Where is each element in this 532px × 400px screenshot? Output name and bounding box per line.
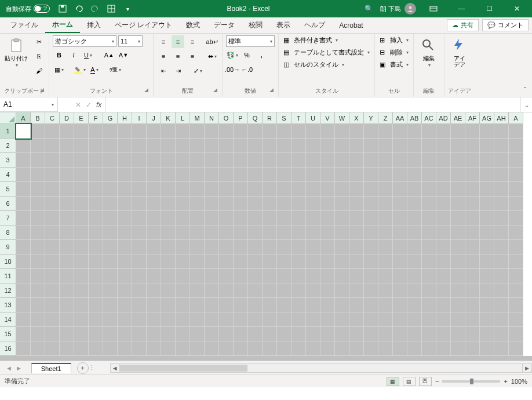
cell[interactable] [147, 139, 161, 153]
cell[interactable] [407, 240, 422, 254]
cell[interactable] [277, 226, 291, 240]
cell[interactable] [291, 197, 306, 211]
name-box[interactable]: A1▾ [0, 97, 58, 112]
cell[interactable] [263, 283, 277, 298]
cell[interactable] [480, 341, 494, 356]
column-header[interactable]: J [147, 112, 161, 124]
cell[interactable] [291, 254, 306, 269]
cell[interactable] [74, 312, 89, 327]
cell[interactable] [205, 327, 219, 341]
cell[interactable] [147, 153, 161, 168]
cell[interactable] [45, 254, 60, 269]
cell[interactable] [480, 153, 494, 168]
cell[interactable] [393, 298, 407, 312]
cell[interactable] [176, 254, 190, 269]
tab-help[interactable]: ヘルプ [297, 17, 332, 33]
cell[interactable] [277, 312, 291, 327]
cell[interactable] [277, 211, 291, 226]
cell[interactable] [349, 327, 364, 341]
cell[interactable] [451, 283, 465, 298]
cell[interactable] [176, 298, 190, 312]
cell[interactable] [407, 254, 422, 269]
tab-insert[interactable]: 挿入 [80, 17, 108, 33]
spreadsheet-grid[interactable]: ABCDEFGHIJKLMNOPQRSTUVWXYZAAABACADAEAFAG… [0, 112, 532, 361]
cell[interactable] [89, 182, 103, 197]
paste-button[interactable]: 貼り付け ▾ [3, 35, 29, 70]
cell[interactable] [320, 211, 335, 226]
cell[interactable] [219, 168, 234, 182]
cell[interactable] [277, 182, 291, 197]
column-header[interactable]: H [118, 112, 132, 124]
share-button[interactable]: ☁ 共有 [447, 19, 479, 31]
cell[interactable] [234, 211, 248, 226]
cell[interactable] [45, 182, 60, 197]
cell[interactable] [132, 254, 147, 269]
cell[interactable] [349, 226, 364, 240]
cell[interactable] [335, 139, 349, 153]
cell[interactable] [45, 211, 60, 226]
cell[interactable] [219, 124, 234, 139]
cell[interactable] [509, 182, 523, 197]
tab-file[interactable]: ファイル [3, 17, 45, 33]
cell[interactable] [248, 211, 263, 226]
cell[interactable] [335, 153, 349, 168]
cell[interactable] [103, 312, 118, 327]
cell[interactable] [219, 312, 234, 327]
row-header[interactable]: 11 [0, 269, 16, 283]
cell[interactable] [190, 168, 205, 182]
cell[interactable] [422, 312, 436, 327]
cell[interactable] [320, 139, 335, 153]
cell[interactable] [320, 254, 335, 269]
cell[interactable] [393, 240, 407, 254]
cell[interactable] [190, 211, 205, 226]
cell[interactable] [364, 153, 378, 168]
row-header[interactable]: 7 [0, 211, 16, 226]
cell[interactable] [378, 240, 393, 254]
cell[interactable] [31, 298, 45, 312]
column-header[interactable]: V [320, 112, 335, 124]
cell[interactable] [335, 312, 349, 327]
cell[interactable] [451, 124, 465, 139]
cell[interactable] [234, 168, 248, 182]
cell[interactable] [494, 269, 509, 283]
cell[interactable] [480, 298, 494, 312]
cell[interactable] [161, 124, 176, 139]
cell[interactable] [335, 226, 349, 240]
cell[interactable] [103, 269, 118, 283]
cell[interactable] [190, 283, 205, 298]
cell[interactable] [306, 327, 320, 341]
row-header[interactable]: 1 [0, 124, 16, 139]
cell[interactable] [320, 168, 335, 182]
cell[interactable] [480, 124, 494, 139]
cell[interactable] [349, 182, 364, 197]
cell[interactable] [378, 197, 393, 211]
cell[interactable] [190, 254, 205, 269]
cell[interactable] [132, 226, 147, 240]
close-button[interactable]: ✕ [507, 1, 527, 17]
cell[interactable] [147, 327, 161, 341]
ideas-button[interactable]: アイ デア [448, 35, 471, 70]
cell[interactable] [45, 124, 60, 139]
fx-icon[interactable]: fx [96, 101, 101, 109]
cell[interactable] [335, 269, 349, 283]
cell[interactable] [393, 197, 407, 211]
merge-button[interactable]: ⬌▾ [206, 50, 218, 63]
cell[interactable] [74, 153, 89, 168]
cell[interactable] [509, 124, 523, 139]
cell[interactable] [103, 240, 118, 254]
column-header[interactable]: U [306, 112, 320, 124]
align-left-icon[interactable]: ≡ [157, 50, 170, 63]
cell[interactable] [306, 153, 320, 168]
cell[interactable] [219, 298, 234, 312]
cell[interactable] [263, 254, 277, 269]
cell[interactable] [45, 298, 60, 312]
cell[interactable] [176, 327, 190, 341]
align-top-icon[interactable]: ≡ [157, 35, 170, 48]
cell[interactable] [494, 341, 509, 356]
fill-color-button[interactable]: ▾ [74, 63, 86, 76]
cell[interactable] [335, 197, 349, 211]
cell[interactable] [451, 327, 465, 341]
cell[interactable] [161, 197, 176, 211]
copy-icon[interactable]: ⎘ [32, 50, 45, 63]
cell[interactable] [176, 312, 190, 327]
